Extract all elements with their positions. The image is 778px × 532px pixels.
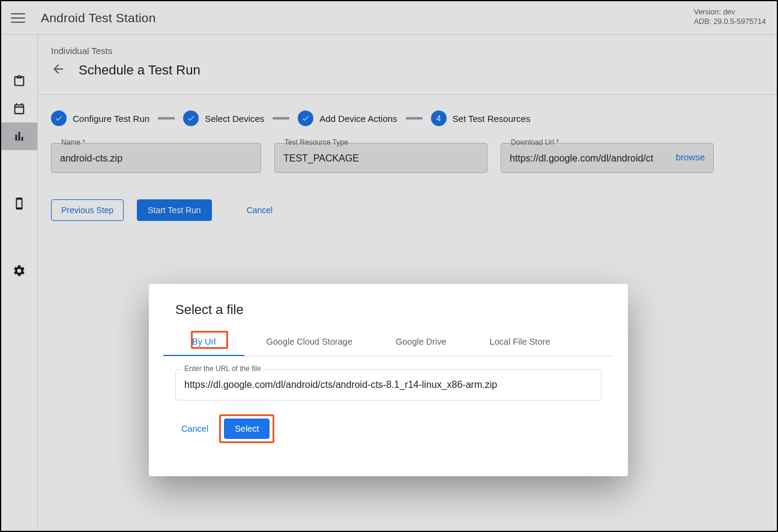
type-label: Test Resource Type: [282, 138, 351, 147]
tab-label: By Url: [192, 337, 216, 346]
adb-label: ADB: 29.0.5-5975714: [694, 17, 766, 26]
name-field[interactable]: Name * android-cts.zip: [51, 143, 261, 173]
url-field-input[interactable]: [183, 377, 594, 393]
type-field[interactable]: Test Resource Type TEST_PACKAGE: [274, 143, 487, 173]
step-label: Configure Test Run: [73, 113, 149, 124]
tab-by-url[interactable]: By Url: [163, 327, 244, 356]
breadcrumb: Individual Tests: [51, 46, 764, 56]
dialog-title: Select a file: [149, 284, 628, 327]
step-label: Add Device Actions: [319, 113, 397, 124]
url-input[interactable]: https://dl.google.com/dl/android/ct: [510, 153, 665, 164]
step-divider: [158, 117, 175, 119]
url-field-label: Enter the URL of the file: [182, 364, 264, 373]
tab-gcs[interactable]: Google Cloud Storage: [244, 327, 374, 355]
topbar: Android Test Station Version: dev ADB: 2…: [1, 1, 777, 35]
step-divider: [406, 117, 423, 119]
nav-bar-chart-icon[interactable]: [1, 122, 37, 150]
nav-clipboard-icon[interactable]: [1, 67, 37, 95]
left-nav: [1, 35, 37, 531]
menu-icon[interactable]: [11, 11, 25, 25]
check-icon: [51, 110, 67, 126]
tab-drive[interactable]: Google Drive: [374, 327, 468, 355]
select-file-dialog: Select a file By Url Google Cloud Storag…: [149, 284, 628, 476]
dialog-cancel-button[interactable]: Cancel: [175, 419, 214, 438]
back-arrow-icon[interactable]: [51, 62, 65, 79]
name-label: Name *: [59, 138, 88, 147]
step-number: 4: [431, 110, 447, 126]
nav-phone-icon[interactable]: [1, 190, 37, 217]
app-title: Android Test Station: [41, 11, 156, 25]
check-icon: [183, 110, 199, 126]
step-label: Select Devices: [205, 113, 264, 124]
page-title: Schedule a Test Run: [79, 62, 201, 78]
download-url-field[interactable]: Download Url * https://dl.google.com/dl/…: [501, 143, 714, 173]
step-resources[interactable]: 4 Set Test Resources: [431, 110, 531, 126]
step-configure[interactable]: Configure Test Run: [51, 110, 149, 126]
previous-step-button[interactable]: Previous Step: [51, 199, 124, 221]
version-info: Version: dev ADB: 29.0.5-5975714: [694, 7, 766, 26]
check-icon: [298, 110, 313, 126]
stepper: Configure Test Run Select Devices Add De…: [51, 110, 764, 126]
cancel-button[interactable]: Cancel: [243, 205, 277, 216]
version-label: Version: dev: [694, 7, 766, 17]
step-divider: [273, 117, 289, 119]
url-label: Download Url *: [508, 138, 561, 147]
dialog-select-button[interactable]: Select: [224, 419, 270, 439]
nav-calendar-icon[interactable]: [1, 95, 37, 122]
tab-local[interactable]: Local File Store: [468, 327, 572, 355]
step-actions[interactable]: Add Device Actions: [298, 110, 397, 126]
nav-settings-icon[interactable]: [1, 257, 37, 285]
type-input[interactable]: TEST_PACKAGE: [283, 153, 478, 164]
dialog-tabs: By Url Google Cloud Storage Google Drive…: [163, 327, 614, 356]
start-test-run-button[interactable]: Start Test Run: [137, 199, 211, 221]
step-label: Set Test Resources: [453, 113, 531, 124]
browse-link[interactable]: browse: [676, 152, 705, 162]
url-input-field[interactable]: Enter the URL of the file: [175, 369, 602, 401]
name-input[interactable]: android-cts.zip: [60, 153, 252, 164]
step-devices[interactable]: Select Devices: [183, 110, 264, 126]
